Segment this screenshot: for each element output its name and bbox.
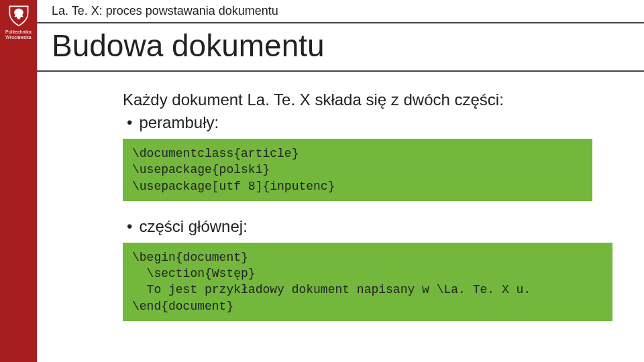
- page-title: Budowa dokumentu: [37, 23, 644, 72]
- bullet-dot-icon: •: [127, 115, 132, 131]
- institution-line1: Politechnika: [5, 29, 32, 34]
- slide-body: Każdy dokument La. Te. X składa się z dw…: [37, 72, 644, 321]
- bullet-mainpart: • części głównej:: [123, 217, 617, 236]
- bullet-preamble: • perambuły:: [123, 113, 617, 132]
- institution-line2: Wrocławska: [5, 35, 32, 40]
- bullet-preamble-label: perambuły:: [139, 113, 219, 132]
- code-preamble: \documentclass{article} \usepackage{pols…: [123, 139, 592, 201]
- shield-eagle-icon: [7, 4, 30, 27]
- institution-label: Politechnika Wrocławska: [5, 29, 32, 40]
- bullet-mainpart-label: części głównej:: [139, 217, 247, 236]
- intro-text: Każdy dokument La. Te. X składa się z dw…: [123, 90, 617, 109]
- code-mainpart: \begin{document} \section{Wstęp} To jest…: [123, 243, 612, 321]
- breadcrumb: La. Te. X: proces powstawania dokumentu: [37, 0, 644, 22]
- bullet-dot-icon: •: [127, 219, 132, 235]
- sidebar-logo: Politechnika Wrocławska: [0, 0, 37, 362]
- slide-content: La. Te. X: proces powstawania dokumentu …: [37, 0, 644, 337]
